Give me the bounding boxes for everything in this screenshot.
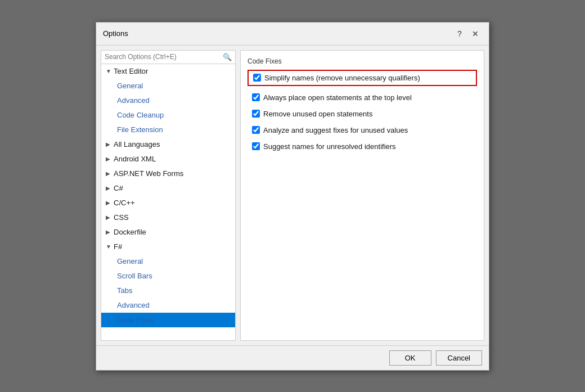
checkbox-analyze-suggest[interactable] — [252, 126, 260, 134]
tree-item-fsharp[interactable]: ▼ F# — [101, 240, 235, 254]
checkbox-remove-unused[interactable] — [252, 110, 260, 118]
help-button[interactable]: ? — [453, 27, 466, 40]
tree-label: ASP.NET Web Forms — [114, 168, 183, 180]
checkbox-row-analyze-suggest: Analyze and suggest fixes for unused val… — [248, 123, 477, 137]
dialog-title: Options — [103, 29, 128, 38]
checkbox-label-always-place: Always place open statements at the top … — [263, 93, 412, 102]
options-dialog: Options ? ✕ 🔍 ▼ Text Editor General Adva… — [96, 22, 489, 371]
tree-item-advanced[interactable]: Advanced — [101, 298, 235, 313]
tree-item-tabs[interactable]: Tabs — [101, 283, 235, 298]
ok-button[interactable]: OK — [389, 350, 431, 366]
checkbox-always-place[interactable] — [252, 93, 260, 101]
expand-arrow: ▼ — [106, 241, 111, 253]
checkbox-simplify-names[interactable] — [253, 74, 261, 82]
tree-item-fsharp-general[interactable]: General — [101, 254, 235, 269]
tree-item-general[interactable]: General — [101, 79, 235, 93]
right-panel: Code Fixes Simplify names (remove unnece… — [240, 50, 484, 341]
checkbox-label-analyze-suggest: Analyze and suggest fixes for unused val… — [263, 126, 408, 134]
title-bar: Options ? ✕ — [96, 22, 489, 46]
tree-item-android-xml[interactable]: ▶ Android XML — [101, 152, 235, 166]
checkbox-label-suggest-names: Suggest names for unresolved identifiers — [263, 142, 396, 151]
expand-arrow: ▶ — [106, 197, 111, 209]
tree-item-css[interactable]: ▶ CSS — [101, 210, 235, 225]
expand-arrow: ▶ — [106, 226, 111, 238]
checkbox-suggest-names[interactable] — [252, 142, 260, 150]
left-panel: 🔍 ▼ Text Editor General Advanced Code Cl… — [101, 50, 236, 341]
tree-container: ▼ Text Editor General Advanced Code Clea… — [101, 64, 235, 340]
search-box[interactable]: 🔍 — [101, 51, 235, 64]
tree-item-text-editor[interactable]: ▼ Text Editor — [101, 64, 235, 79]
tree-item-file-extension[interactable]: File Extension — [101, 123, 235, 137]
expand-arrow: ▶ — [106, 211, 111, 224]
expand-arrow: ▶ — [106, 168, 111, 180]
tree-label: All Languages — [114, 138, 160, 151]
checkbox-label-simplify-names: Simplify names (remove unnecessary quali… — [264, 74, 420, 82]
tree-item-advanced-top[interactable]: Advanced — [101, 93, 235, 108]
tree-item-csharp[interactable]: ▶ C# — [101, 181, 235, 196]
tree-item-cpp[interactable]: ▶ C/C++ — [101, 196, 235, 210]
search-input[interactable] — [105, 53, 220, 61]
tree-item-code-cleanup[interactable]: Code Cleanup — [101, 108, 235, 123]
search-icon: 🔍 — [223, 53, 232, 61]
cancel-button[interactable]: Cancel — [436, 350, 482, 366]
expand-arrow: ▼ — [106, 65, 111, 78]
tree-item-all-languages[interactable]: ▶ All Languages — [101, 137, 235, 152]
expand-arrow: ▶ — [106, 138, 111, 151]
checkbox-row-simplify-names: Simplify names (remove unnecessary quali… — [248, 70, 477, 86]
tree-label: Dockerfile — [114, 226, 146, 238]
tree-label: F# — [114, 241, 122, 253]
checkbox-row-remove-unused: Remove unused open statements — [248, 107, 477, 121]
section-label: Code Fixes — [248, 57, 477, 65]
tree-label: C# — [114, 182, 123, 195]
tree-item-scroll-bars[interactable]: Scroll Bars — [101, 269, 235, 283]
dialog-body: 🔍 ▼ Text Editor General Advanced Code Cl… — [96, 46, 489, 345]
expand-arrow: ▶ — [106, 153, 111, 165]
tree-item-aspnet[interactable]: ▶ ASP.NET Web Forms — [101, 166, 235, 181]
tree-item-dockerfile[interactable]: ▶ Dockerfile — [101, 225, 235, 240]
tree-label: Text Editor — [114, 65, 148, 78]
dialog-footer: OK Cancel — [96, 345, 489, 370]
tree-item-code-fixes[interactable]: Code Fixes — [101, 313, 235, 327]
tree-label: CSS — [114, 211, 129, 224]
tree-label: Android XML — [114, 153, 156, 165]
checkbox-row-suggest-names: Suggest names for unresolved identifiers — [248, 139, 477, 154]
checkbox-row-always-place: Always place open statements at the top … — [248, 91, 477, 105]
close-button[interactable]: ✕ — [469, 27, 482, 40]
checkbox-label-remove-unused: Remove unused open statements — [263, 110, 372, 118]
tree-label: C/C++ — [114, 197, 135, 209]
expand-arrow: ▶ — [106, 182, 111, 195]
